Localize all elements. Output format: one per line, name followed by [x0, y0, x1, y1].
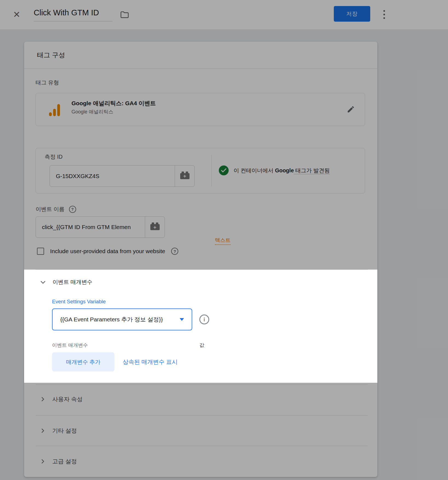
- event-name-input[interactable]: [36, 217, 145, 238]
- chevron-right-icon: [40, 396, 46, 402]
- close-icon[interactable]: ✕: [11, 9, 22, 20]
- event-parameters-header[interactable]: 이벤트 매개변수: [40, 278, 93, 286]
- help-icon[interactable]: ?: [69, 206, 76, 213]
- save-button[interactable]: 저장: [334, 6, 370, 22]
- dim-overlay-right: [377, 270, 448, 383]
- add-parameter-button[interactable]: 매개변수 추가: [52, 352, 114, 372]
- brick-plus-icon: +: [180, 173, 189, 179]
- text-type-link[interactable]: 텍스트: [215, 237, 231, 245]
- event-parameters-title: 이벤트 매개변수: [53, 278, 93, 286]
- section-advanced-settings[interactable]: 고급 설정: [24, 446, 377, 477]
- measurement-id-group: +: [50, 165, 195, 187]
- variable-picker-button[interactable]: +: [145, 217, 165, 238]
- folder-icon[interactable]: [120, 10, 130, 19]
- event-parameters-section: 이벤트 매개변수 Event Settings Variable {{GA Ev…: [24, 270, 377, 383]
- section-user-properties[interactable]: 사용자 속성: [24, 383, 377, 415]
- show-inherited-link[interactable]: 상속된 매개변수 표시: [123, 358, 178, 366]
- tag-type-name: Google 애널리틱스: GA4 이벤트: [71, 99, 156, 107]
- section-label: 기타 설정: [52, 427, 77, 435]
- include-user-data-label: Include user-provided data from your web…: [50, 248, 165, 255]
- event-name-group: +: [36, 216, 165, 238]
- chevron-down-icon: [40, 279, 46, 285]
- tag-type-label: 태그 유형: [36, 79, 59, 86]
- dim-overlay-left: [0, 270, 24, 383]
- user-data-row: Include user-provided data from your web…: [37, 248, 178, 255]
- kebab-menu-icon[interactable]: [381, 8, 387, 21]
- esv-label: Event Settings Variable: [52, 299, 106, 305]
- ga4-analytics-icon: [49, 104, 61, 116]
- check-circle-icon: [219, 165, 229, 175]
- tag-configuration-card: 태그 구성 태그 유형 Google 애널리틱스: GA4 이벤트 Google…: [24, 42, 377, 477]
- measurement-id-card: 측정 ID + 이 컨테이너에서 Google 태그가 발견됨: [36, 148, 365, 193]
- tag-title-field[interactable]: Click With GTM ID: [34, 8, 113, 21]
- chevron-right-icon: [40, 458, 46, 464]
- info-icon[interactable]: i: [199, 315, 209, 324]
- parameter-actions: 매개변수 추가 상속된 매개변수 표시: [52, 352, 178, 372]
- dialog-header: ✕ Click With GTM ID 저장: [0, 0, 448, 29]
- include-user-data-checkbox[interactable]: [37, 248, 44, 255]
- google-tag-status: 이 컨테이너에서 Google 태그가 발견됨: [219, 165, 330, 175]
- panel-header: 태그 구성: [24, 42, 377, 69]
- panel-title: 태그 구성: [37, 51, 65, 59]
- edit-pencil-icon[interactable]: [347, 105, 355, 113]
- esv-selected-value: {{GA Event Parameters 추가 정보 설정}}: [60, 316, 180, 323]
- measurement-id-input[interactable]: [50, 165, 175, 187]
- vertical-divider: [211, 155, 212, 187]
- measurement-id-label: 측정 ID: [45, 153, 63, 161]
- status-text: 이 컨테이너에서 Google 태그가 발견됨: [234, 167, 330, 174]
- event-name-label: 이벤트 이름: [36, 205, 65, 213]
- section-label: 고급 설정: [52, 458, 77, 465]
- section-other-settings[interactable]: 기타 설정: [24, 415, 377, 446]
- help-icon[interactable]: ?: [171, 248, 178, 255]
- brick-plus-icon: +: [150, 224, 160, 230]
- param-column-label: 이벤트 매개변수: [52, 342, 88, 348]
- value-column-label: 값: [199, 342, 204, 348]
- tag-type-vendor: Google 애널리틱스: [71, 108, 113, 115]
- parameter-columns: 이벤트 매개변수 값: [24, 342, 377, 348]
- tag-type-card[interactable]: Google 애널리틱스: GA4 이벤트 Google 애널리틱스: [36, 93, 365, 126]
- variable-picker-button[interactable]: +: [175, 165, 194, 187]
- chevron-right-icon: [40, 428, 46, 434]
- section-label: 사용자 속성: [52, 395, 83, 403]
- dropdown-caret-icon: [180, 318, 184, 321]
- esv-select[interactable]: {{GA Event Parameters 추가 정보 설정}}: [52, 308, 192, 330]
- event-name-label-row: 이벤트 이름 ?: [36, 205, 76, 213]
